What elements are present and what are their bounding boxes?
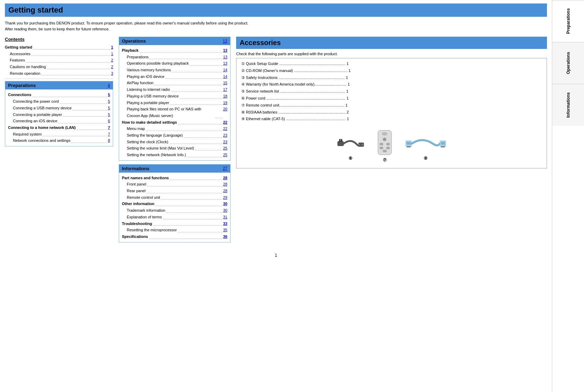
toc-page[interactable]: 25 [223, 152, 227, 158]
toc-page[interactable]: 5 [108, 111, 110, 118]
toc-row: AirPlay function 15 [122, 80, 227, 86]
dot-leader [215, 118, 222, 118]
dot-leader [155, 206, 222, 206]
toc-page[interactable]: 22 [223, 119, 227, 126]
item-num: ⑨ Ethernet cable (CAT-5) ...............… [241, 116, 349, 123]
power-cord-image: ⑥ [337, 131, 365, 161]
list-item: ② CD-ROM (Owner's manual) ..............… [241, 67, 543, 74]
dot-leader [170, 104, 222, 105]
toc-label: Network connections and settings [13, 137, 70, 144]
preparations-page[interactable]: 4 [108, 83, 110, 88]
sidebar-tab-informations[interactable]: Informations [552, 84, 584, 126]
toc-page[interactable]: 3 [111, 70, 113, 77]
dot-leader [149, 59, 222, 59]
toc-row: Listening to internet radio 17 [122, 86, 227, 93]
svg-point-7 [382, 132, 387, 136]
informations-title: Informations [122, 166, 149, 171]
toc-row: Trademark information 30 [122, 207, 227, 214]
preparations-title: Preparations [8, 83, 36, 88]
operations-page[interactable]: 12 [223, 39, 227, 44]
toc-row: Playing an iOS device 14 [122, 73, 227, 80]
toc-page[interactable]: 19 [223, 100, 227, 106]
toc-getting-started: Getting started 1 Accessories 1 Features… [5, 44, 113, 77]
toc-page[interactable]: 35 [223, 227, 227, 233]
dot-leader [31, 56, 110, 56]
toc-page[interactable]: 13 [223, 54, 227, 60]
toc-page[interactable]: 28 [223, 181, 227, 188]
toc-page[interactable]: 25 [223, 145, 227, 152]
svg-rect-11 [380, 147, 383, 149]
accessories-border-box: ① Quick Setup Guide ....................… [236, 58, 547, 168]
toc-row: Required system 7 [8, 131, 110, 138]
toc-row: Cautions on handling 2 [5, 64, 113, 70]
toc-page[interactable]: 14 [223, 73, 227, 80]
sidebar-tab-operations[interactable]: Operations [552, 42, 584, 84]
svg-rect-10 [386, 143, 390, 145]
svg-rect-16 [407, 146, 411, 147]
toc-page[interactable]: 20 [223, 106, 227, 119]
toc-page[interactable]: 5 [108, 92, 110, 98]
toc-label: Connecting the power cord [13, 98, 59, 105]
intro-text: Thank you for purchasing this DENON prod… [5, 20, 547, 32]
dot-leader [43, 136, 107, 136]
toc-page[interactable]: 6 [108, 118, 110, 124]
dot-leader [63, 116, 107, 117]
toc-label: Explanation of terms [127, 214, 162, 220]
dot-leader [32, 97, 107, 97]
dot-leader [140, 52, 222, 53]
toc-page[interactable]: 28 [223, 188, 227, 194]
toc-row: Connecting the power cord 5 [8, 98, 110, 105]
toc-page[interactable]: 13 [223, 60, 227, 67]
toc-page[interactable]: 1 [111, 51, 113, 57]
toc-page[interactable]: 17 [223, 86, 227, 93]
toc-page[interactable]: 13 [223, 47, 227, 54]
toc-page[interactable]: 8 [108, 137, 110, 144]
toc-page[interactable]: 7 [108, 124, 110, 131]
remote-svg [375, 130, 394, 158]
toc-row: Rear panel 28 [122, 188, 227, 194]
toc-page[interactable]: 23 [223, 139, 227, 145]
toc-page[interactable]: 2 [111, 57, 113, 64]
toc-page[interactable]: 30 [223, 207, 227, 214]
accessories-check-text: Check that the following parts are suppl… [236, 52, 547, 56]
toc-label: Setting the volume limit (Max Vol Level) [127, 145, 194, 152]
toc-label: Required system [13, 131, 42, 138]
toc-page[interactable]: 18 [223, 93, 227, 100]
toc-page[interactable]: 7 [108, 131, 110, 138]
toc-label: Various memory functions [127, 67, 171, 73]
page-number: 1 [5, 253, 547, 258]
toc-page[interactable]: 33 [223, 220, 227, 227]
intro-line2: After reading them, be sure to keep them… [5, 26, 547, 32]
dot-leader [60, 103, 107, 104]
toc-page[interactable]: 28 [223, 175, 227, 181]
toc-page[interactable]: 2 [111, 64, 113, 70]
toc-page[interactable]: 14 [223, 67, 227, 73]
toc-page[interactable]: 1 [111, 44, 113, 51]
intro-line1: Thank you for purchasing this DENON prod… [5, 20, 547, 26]
toc-page[interactable]: 5 [108, 98, 110, 105]
toc-row-getting-started: Getting started 1 [5, 44, 113, 51]
toc-page[interactable]: 23 [223, 132, 227, 139]
toc-label: Connecting to a home network (LAN) [8, 124, 76, 131]
toc-label: Connections [8, 92, 31, 98]
toc-label: Operations possible during playback [127, 60, 189, 67]
toc-page[interactable]: 30 [223, 201, 227, 207]
dot-leader [195, 150, 222, 151]
toc-label: Setting the network (Network Info.) [127, 152, 186, 158]
toc-page[interactable]: 22 [223, 125, 227, 132]
toc-page[interactable]: 31 [223, 214, 227, 220]
toc-page[interactable]: 36 [223, 233, 227, 240]
toc-label: Cautions on handling [10, 64, 46, 70]
toc-row: Connecting a portable player 5 [8, 111, 110, 118]
list-item: ⑤ Service network list .................… [241, 88, 543, 95]
toc-label: Rear panel [127, 188, 146, 194]
toc-row: Remote control unit 29 [122, 194, 227, 201]
informations-box-header: Informations 27 [119, 165, 230, 173]
toc-page[interactable]: 15 [223, 80, 227, 86]
toc-page[interactable]: 5 [108, 105, 110, 111]
svg-rect-9 [380, 143, 383, 145]
toc-label: Playing back files stored on PC or NAS w… [127, 106, 214, 119]
sidebar-tab-preparations[interactable]: Preparations [552, 0, 584, 42]
toc-page[interactable]: 29 [223, 194, 227, 201]
informations-page[interactable]: 27 [223, 166, 227, 171]
